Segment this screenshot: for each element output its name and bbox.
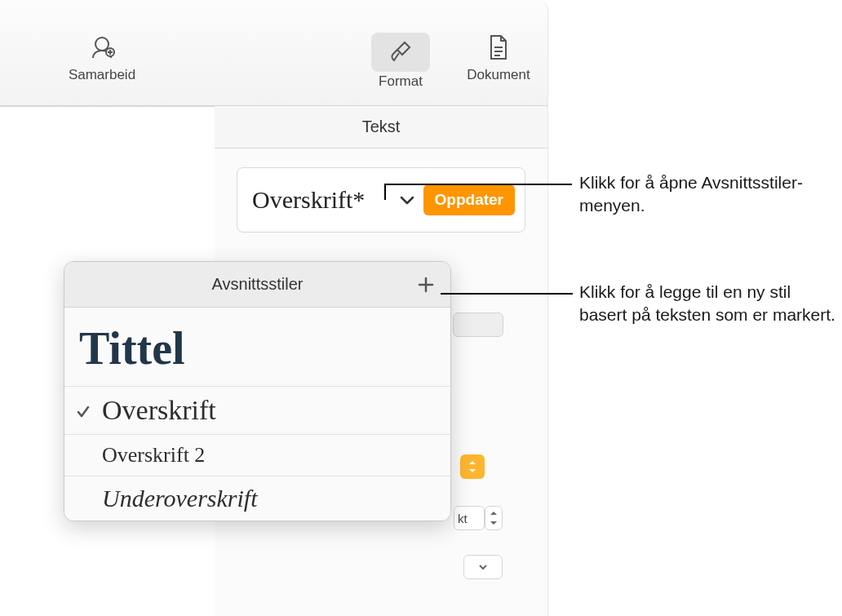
style-option-overskrift[interactable]: Overskrift	[64, 387, 450, 435]
toolbar-button-dokument[interactable]: Dokument	[450, 33, 547, 83]
style-option-tittel[interactable]: Tittel	[64, 308, 450, 387]
style-option-overskrift2[interactable]: Overskrift 2	[64, 435, 450, 476]
collaborate-icon	[87, 33, 117, 62]
callout-line	[384, 184, 386, 200]
stepper[interactable]	[485, 506, 503, 530]
popover-header: Avsnittsstiler	[64, 262, 450, 308]
svg-point-0	[95, 38, 109, 51]
color-stepper[interactable]	[460, 454, 485, 479]
update-style-button[interactable]: Oppdater	[423, 184, 515, 215]
dropdown-chevron[interactable]	[463, 555, 503, 579]
paragraph-styles-popover: Avsnittsstiler Tittel Overskrift Overskr…	[64, 261, 451, 521]
toolbar-label: Samarbeid	[69, 67, 135, 83]
add-style-button[interactable]	[411, 270, 441, 299]
popover-body: Tittel Overskrift Overskrift 2 Underover…	[64, 308, 450, 521]
toolbar-button-samarbeid[interactable]: Samarbeid	[53, 33, 151, 83]
paintbrush-icon	[386, 38, 415, 67]
document-icon	[484, 33, 513, 62]
chevron-down-icon[interactable]	[391, 194, 423, 206]
panel-fragment	[453, 312, 503, 337]
toolbar-label: Dokument	[467, 67, 530, 83]
style-option-underoverskrift[interactable]: Underoverskrift	[64, 476, 450, 521]
tab-label: Tekst	[362, 117, 401, 136]
toolbar-button-format[interactable]: Format	[352, 33, 450, 90]
callout-line	[384, 184, 572, 185]
inspector-tab-tekst[interactable]: Tekst	[215, 106, 548, 148]
callout-open-menu: Klikk for å åpne Avsnittsstiler-menyen.	[579, 171, 832, 218]
fragment-label: kt	[458, 512, 468, 525]
callout-line	[441, 293, 573, 295]
popover-title: Avsnittsstiler	[78, 275, 437, 294]
field-fragment-kt[interactable]: kt	[454, 506, 485, 530]
toolbar-label: Format	[379, 73, 423, 90]
checkmark-icon	[76, 395, 91, 426]
style-option-label: Overskrift	[102, 395, 216, 425]
callout-add-style: Klikk for å legge til en ny stil basert …	[579, 281, 840, 327]
paragraph-style-selector[interactable]: Overskrift* Oppdater	[237, 167, 525, 233]
toolbar: Samarbeid Format Dokument	[0, 0, 548, 106]
current-style-name: Overskrift*	[252, 186, 391, 214]
